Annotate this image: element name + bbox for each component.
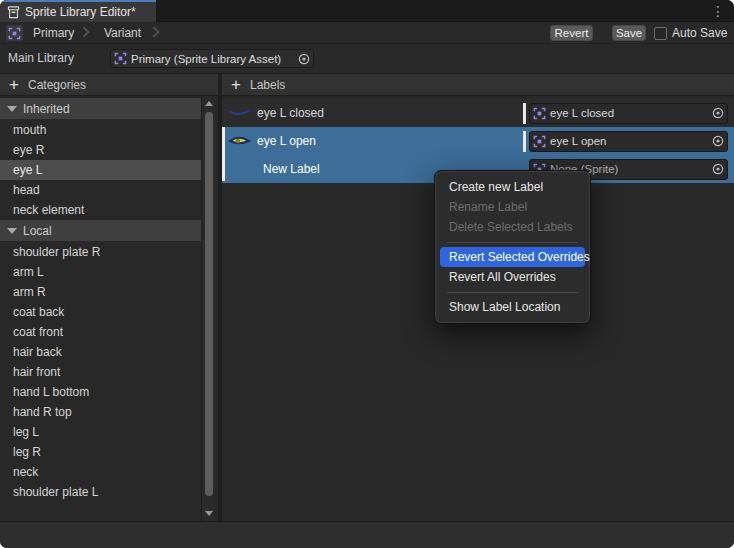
auto-save-label: Auto Save	[672, 22, 727, 44]
object-picker-icon[interactable]	[710, 134, 725, 149]
category-item[interactable]: shoulder plate L	[0, 482, 201, 502]
categories-panel: Inheritedmoutheye Reye Lheadneck element…	[0, 96, 218, 521]
revert-button[interactable]: Revert	[550, 25, 593, 41]
breadcrumb-root-icon[interactable]	[6, 25, 23, 41]
category-item[interactable]: leg R	[0, 442, 201, 462]
category-item[interactable]: neck element	[0, 200, 201, 220]
window-menu-icon[interactable]: ⋮	[711, 1, 725, 21]
category-item[interactable]: arm L	[0, 262, 201, 282]
object-picker-icon[interactable]	[710, 162, 725, 177]
category-item[interactable]: coat back	[0, 302, 201, 322]
object-picker-icon[interactable]	[296, 51, 311, 66]
sprite-object-field[interactable]: eye L closed	[529, 103, 728, 124]
menu-item-show-label-location[interactable]: Show Label Location	[435, 297, 590, 317]
panel-headers: + Categories + Labels	[0, 73, 734, 96]
bottom-bar	[0, 521, 734, 548]
label-name: eye L open	[257, 134, 316, 148]
main-library-label: Main Library	[8, 44, 74, 73]
menu-item-revert-all-overrides[interactable]: Revert All Overrides	[435, 267, 590, 287]
scrollbar-thumb[interactable]	[205, 112, 213, 496]
menu-separator	[447, 292, 578, 293]
sprite-library-window-icon	[7, 6, 20, 19]
sprite-field-value: eye L open	[550, 135, 710, 147]
selection-override-bar	[222, 127, 225, 181]
menu-item-create-new-label[interactable]: Create new Label	[435, 177, 590, 197]
scroll-up-icon[interactable]	[205, 101, 213, 106]
categories-header: Categories	[28, 74, 86, 97]
sprite-library-asset-icon	[114, 52, 127, 65]
category-item[interactable]: hair front	[0, 362, 201, 382]
sprite-field-value: eye L closed	[550, 107, 710, 119]
auto-save-checkbox[interactable]	[654, 27, 667, 40]
categories-scrollbar[interactable]	[201, 96, 215, 521]
object-picker-icon[interactable]	[710, 106, 725, 121]
save-button[interactable]: Save	[612, 25, 646, 41]
category-item[interactable]: head	[0, 180, 201, 200]
add-label-button[interactable]: +	[228, 74, 244, 97]
category-item[interactable]: neck	[0, 462, 201, 482]
sprite-library-asset-icon	[8, 27, 21, 40]
scroll-down-icon[interactable]	[205, 511, 213, 516]
category-item[interactable]: eye R	[0, 140, 201, 160]
label-row[interactable]: eye L closedeye L closed	[222, 99, 734, 127]
category-section-header[interactable]: Inherited	[0, 98, 201, 119]
main-library-row: Main Library Primary (Sprite Library Ass…	[0, 44, 734, 73]
menu-item-rename-label: Rename Label	[435, 197, 590, 217]
toolbar: Primary Variant Revert Save Auto Save	[0, 22, 734, 44]
menu-separator	[447, 242, 578, 243]
labels-header: Labels	[250, 74, 285, 97]
breadcrumb-variant[interactable]: Variant	[104, 22, 141, 44]
sprite-icon	[533, 135, 546, 148]
breadcrumb-primary[interactable]: Primary	[33, 22, 74, 44]
label-name: eye L closed	[257, 106, 324, 120]
eye-open-sprite-thumbnail	[228, 132, 251, 149]
category-item[interactable]: mouth	[0, 120, 201, 140]
category-item[interactable]: arm R	[0, 282, 201, 302]
category-item[interactable]: coat front	[0, 322, 201, 342]
main-library-value: Primary (Sprite Library Asset)	[131, 53, 296, 65]
category-section-label: Local	[23, 224, 52, 238]
main-library-object-field[interactable]: Primary (Sprite Library Asset)	[110, 49, 314, 68]
sprite-object-field[interactable]: eye L open	[529, 131, 728, 152]
category-section-label: Inherited	[23, 102, 70, 116]
add-category-button[interactable]: +	[6, 74, 22, 97]
label-row[interactable]: eye L openeye L open	[222, 127, 734, 155]
category-item[interactable]: shoulder plate R	[0, 242, 201, 262]
label-name: New Label	[263, 162, 320, 176]
context-menu: Create new LabelRename LabelDelete Selec…	[434, 170, 591, 324]
foldout-triangle-icon	[7, 106, 17, 112]
override-indicator-bar	[523, 103, 526, 124]
category-item[interactable]: hair back	[0, 342, 201, 362]
sprite-icon	[533, 107, 546, 120]
category-item[interactable]: hand R top	[0, 402, 201, 422]
tab-title: Sprite Library Editor*	[25, 5, 136, 19]
categories-list: Inheritedmoutheye Reye Lheadneck element…	[0, 98, 201, 502]
override-indicator-bar	[523, 131, 526, 152]
breadcrumb-chevron-icon	[78, 26, 89, 37]
menu-item-delete-selected-labels: Delete Selected Labels	[435, 217, 590, 237]
category-section-header[interactable]: Local	[0, 220, 201, 241]
menu-item-revert-selected-overrides[interactable]: Revert Selected Overrides	[440, 247, 585, 267]
category-item[interactable]: leg L	[0, 422, 201, 442]
breadcrumb-chevron-icon	[148, 26, 159, 37]
category-item[interactable]: eye L	[0, 160, 201, 180]
tab-bar: Sprite Library Editor* ⋮	[0, 0, 734, 22]
sprite-library-editor-window: Sprite Library Editor* ⋮ Primary Variant…	[0, 0, 734, 548]
category-item[interactable]: hand L bottom	[0, 382, 201, 402]
foldout-triangle-icon	[7, 228, 17, 234]
eye-closed-sprite-thumbnail	[228, 104, 251, 121]
tab-sprite-library-editor[interactable]: Sprite Library Editor*	[0, 0, 156, 22]
